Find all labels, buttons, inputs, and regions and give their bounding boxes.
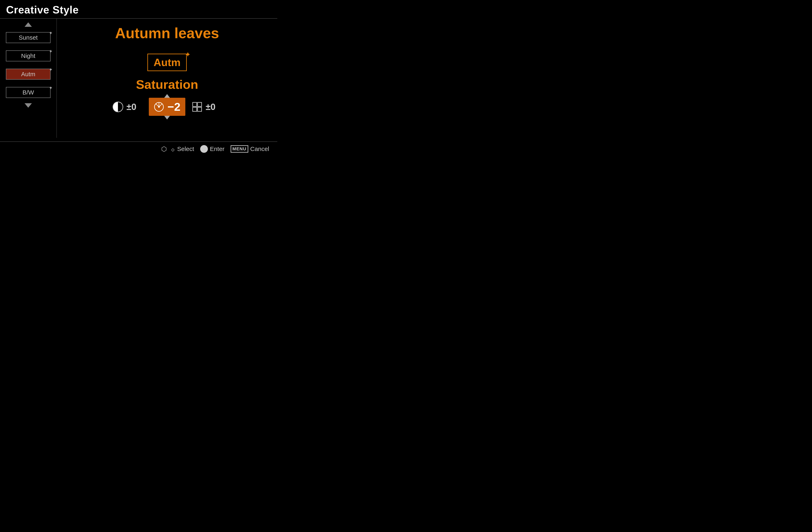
- enter-hint: Enter: [200, 145, 224, 153]
- svg-rect-8: [198, 107, 202, 111]
- saturation-label: Saturation: [136, 77, 198, 92]
- cancel-hint: MENU Cancel: [231, 145, 269, 153]
- bottom-bar: ⬡ ⬦ Select Enter MENU Cancel: [0, 141, 277, 156]
- svg-rect-5: [193, 102, 197, 107]
- menu-button-icon: MENU: [231, 145, 248, 153]
- saturation-control-active[interactable]: −2: [149, 98, 185, 116]
- sidebar-item-sunset[interactable]: Sunset ✦: [6, 32, 50, 43]
- dpad-icon: ⬡: [160, 144, 169, 153]
- sparkle-icon: ✦: [49, 85, 53, 90]
- sidebar-item-night[interactable]: Night ✦: [6, 51, 50, 61]
- sharpness-value: ±0: [206, 102, 222, 112]
- sharpness-icon: [191, 101, 203, 113]
- sidebar-item-bw[interactable]: B/W ✦: [6, 87, 50, 98]
- enter-circle-icon: [200, 145, 208, 153]
- svg-rect-6: [198, 102, 202, 107]
- svg-point-4: [158, 106, 160, 108]
- selected-style-badge: Autm ✦: [147, 54, 187, 71]
- sparkle-icon: ✦: [49, 49, 53, 54]
- contrast-value: ±0: [127, 102, 143, 112]
- sidebar: Sunset ✦ Night ✦ Autm ✦ B/W ✦: [0, 19, 57, 138]
- page-title: Creative Style: [6, 4, 271, 16]
- style-name: Autumn leaves: [115, 25, 219, 41]
- badge-sparkle-icon: ✦: [185, 51, 190, 58]
- sidebar-scroll-up[interactable]: [25, 22, 32, 27]
- sparkle-icon: ✦: [49, 67, 53, 72]
- saturation-value: −2: [168, 100, 180, 113]
- contrast-control: ±0: [112, 101, 143, 113]
- saturation-up-arrow: [164, 94, 170, 98]
- select-label: Select: [177, 145, 194, 152]
- sharpness-control: ±0: [191, 101, 222, 113]
- half-circle-icon: [113, 102, 123, 112]
- sidebar-scroll-down[interactable]: [25, 103, 32, 108]
- saturation-icon: [154, 102, 164, 112]
- controls-row: ±0 −2: [112, 98, 222, 116]
- sidebar-item-autm[interactable]: Autm ✦: [6, 69, 50, 80]
- saturation-down-arrow: [164, 116, 170, 120]
- cancel-label: Cancel: [250, 145, 269, 152]
- dpad-arrows: ⬦: [171, 145, 175, 153]
- contrast-icon: [112, 101, 124, 113]
- right-panel: Autumn leaves Autm ✦ Saturation ±0: [57, 19, 277, 138]
- selected-style-badge-container: Autm ✦: [147, 54, 187, 71]
- title-bar: Creative Style: [0, 0, 277, 19]
- select-hint: ⬡ ⬦ Select: [160, 144, 194, 153]
- main-content: Sunset ✦ Night ✦ Autm ✦ B/W ✦ Autumn lea…: [0, 19, 277, 138]
- enter-label: Enter: [210, 145, 224, 152]
- sparkle-icon: ✦: [49, 30, 53, 36]
- svg-rect-7: [193, 107, 197, 111]
